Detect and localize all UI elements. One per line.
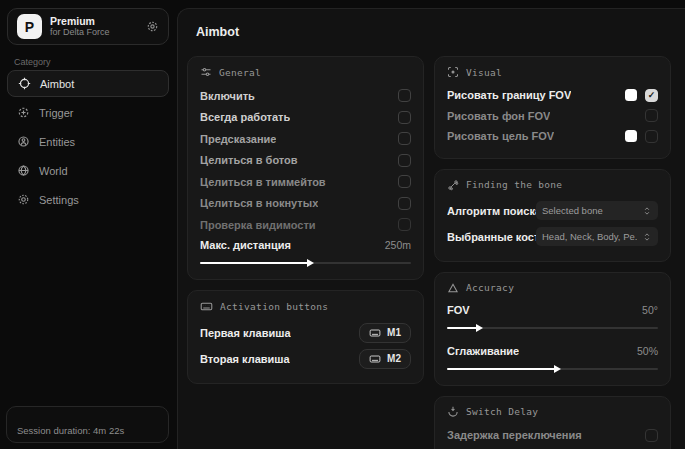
- sidebar-item-entities[interactable]: Entities: [7, 128, 169, 155]
- sliders-icon: [200, 66, 212, 78]
- toggle-row: Предсказание: [200, 128, 411, 150]
- slider-thumb[interactable]: [307, 259, 314, 267]
- visual-card: Visual Рисовать границу FOV Рисовать фон…: [434, 56, 671, 159]
- sidebar: P Premium for Delta Force Category Aimbo…: [0, 0, 177, 449]
- select-arrows-icon: [642, 206, 652, 216]
- entities-icon: [17, 135, 30, 148]
- fov-target-checkbox[interactable]: [645, 130, 658, 143]
- visual-section-header: Visual: [447, 66, 658, 78]
- main-panel: Aimbot General Включить Всегда работать: [177, 8, 685, 449]
- fov-background-checkbox[interactable]: [645, 109, 658, 122]
- switch-delay-checkbox[interactable]: [645, 429, 658, 442]
- general-card: General Включить Всегда работать Предска…: [187, 56, 424, 280]
- switch-delay-icon: [447, 406, 459, 418]
- fov-row: FOV 50°: [447, 301, 658, 319]
- switch-delay-section-header: Switch Delay: [447, 406, 658, 418]
- target-teammates-checkbox[interactable]: [398, 175, 411, 188]
- accuracy-section-header: Accuracy: [447, 282, 658, 294]
- trigger-icon: [17, 106, 30, 119]
- sidebar-item-label: Entities: [39, 136, 75, 148]
- gear-icon: [17, 193, 30, 206]
- second-keybind-button[interactable]: M2: [359, 349, 411, 369]
- sidebar-item-label: Settings: [39, 194, 79, 206]
- select-arrows-icon: [642, 232, 652, 242]
- page-title: Aimbot: [178, 9, 685, 47]
- sidebar-item-label: Trigger: [39, 107, 73, 119]
- activation-card: Activation buttons Первая клавиша M1 Вто…: [187, 290, 424, 384]
- bone-section-header: Finding the bone: [447, 179, 658, 191]
- sidebar-item-label: Aimbot: [40, 78, 74, 90]
- first-keybind-button[interactable]: M1: [359, 323, 411, 343]
- max-distance-row: Макс. дистанция 250m: [200, 236, 411, 254]
- scan-target-icon: [447, 66, 459, 78]
- switch-delay-toggle-row: Задержка переключения: [447, 425, 658, 447]
- bone-icon: [447, 179, 459, 191]
- triangle-ruler-icon: [447, 282, 459, 294]
- session-duration-box: Session duration: 4m 22s: [6, 406, 169, 443]
- keyboard-icon: [369, 353, 381, 365]
- app-subtitle: for Delta Force: [50, 27, 146, 38]
- toggle-row: Целиться в нокнутых: [200, 193, 411, 215]
- accuracy-card: Accuracy FOV 50° Сглаживание 50%: [434, 272, 671, 386]
- license-card: P Premium for Delta Force: [7, 8, 169, 45]
- keyboard-icon: [200, 300, 213, 313]
- globe-icon: [17, 164, 30, 177]
- always-work-checkbox[interactable]: [398, 111, 411, 124]
- bone-card: Finding the bone Алгоритм поиска костей …: [434, 169, 671, 262]
- smoothing-slider[interactable]: [447, 364, 658, 374]
- activation-section-header: Activation buttons: [200, 300, 411, 313]
- category-label: Category: [14, 57, 51, 67]
- fov-border-row: Рисовать границу FOV: [447, 85, 658, 106]
- switch-delay-card: Switch Delay Задержка переключения Задер…: [434, 396, 671, 449]
- fov-target-row: Рисовать цель FOV: [447, 126, 658, 147]
- sidebar-item-trigger[interactable]: Trigger: [7, 99, 169, 126]
- fov-target-color-swatch[interactable]: [625, 130, 637, 142]
- max-distance-slider[interactable]: [200, 258, 411, 268]
- sidebar-nav: Aimbot Trigger Entities: [7, 70, 169, 215]
- sidebar-item-label: World: [39, 165, 68, 177]
- crosshair-icon: [18, 77, 31, 90]
- session-duration-text: Session duration: 4m 22s: [17, 425, 124, 436]
- target-bots-checkbox[interactable]: [398, 154, 411, 167]
- target-knocked-checkbox[interactable]: [398, 197, 411, 210]
- first-key-row: Первая клавиша M1: [200, 320, 411, 346]
- sidebar-item-aimbot[interactable]: Aimbot: [7, 70, 169, 97]
- toggle-row: Включить: [200, 85, 411, 107]
- app-logo: P: [17, 14, 42, 39]
- toggle-row: Всегда работать: [200, 107, 411, 129]
- second-key-row: Вторая клавиша M2: [200, 346, 411, 372]
- bone-algorithm-dropdown[interactable]: Selected bone: [536, 201, 658, 220]
- fov-border-color-swatch[interactable]: [625, 89, 637, 101]
- toggle-row: Целиться в тиммейтов: [200, 171, 411, 193]
- smoothing-row: Сглаживание 50%: [447, 342, 658, 360]
- prediction-checkbox[interactable]: [398, 132, 411, 145]
- enable-checkbox[interactable]: [398, 89, 411, 102]
- selected-bones-row: Выбранные кости Head, Neck, Body, Pe..: [447, 224, 658, 250]
- fov-background-row: Рисовать фон FOV: [447, 106, 658, 127]
- max-distance-value: 250m: [385, 239, 411, 251]
- fov-border-checkbox[interactable]: [645, 89, 658, 102]
- fov-value: 50°: [642, 304, 658, 316]
- slider-thumb[interactable]: [554, 365, 561, 373]
- keyboard-icon: [369, 327, 381, 339]
- refresh-gear-icon[interactable]: [146, 20, 159, 33]
- general-section-header: General: [200, 66, 411, 78]
- fov-slider[interactable]: [447, 323, 658, 333]
- toggle-row: Целиться в ботов: [200, 150, 411, 172]
- sidebar-item-settings[interactable]: Settings: [7, 186, 169, 213]
- slider-thumb[interactable]: [476, 324, 483, 332]
- bone-algorithm-row: Алгоритм поиска костей Selected bone: [447, 198, 658, 224]
- selected-bones-dropdown[interactable]: Head, Neck, Body, Pe..: [536, 227, 658, 246]
- visibility-check-checkbox[interactable]: [398, 218, 411, 231]
- app-title: Premium: [50, 15, 146, 27]
- smoothing-value: 50%: [637, 345, 658, 357]
- sidebar-item-world[interactable]: World: [7, 157, 169, 184]
- toggle-row: Проверка видимости: [200, 214, 411, 236]
